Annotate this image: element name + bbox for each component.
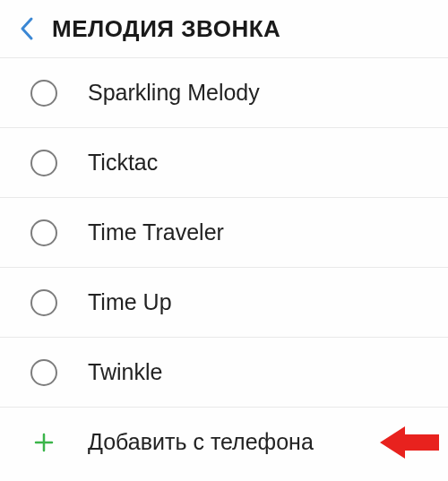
annotation-arrow-icon [378, 424, 441, 461]
ringtone-row[interactable]: Time Traveler [0, 197, 448, 267]
radio-unchecked-icon[interactable] [30, 80, 57, 107]
ringtone-list: Sparkling Melody Ticktac Time Traveler T… [0, 57, 448, 477]
radio-unchecked-icon[interactable] [30, 150, 57, 176]
add-from-phone-label: Добавить с телефона [88, 429, 314, 455]
ringtone-label: Twinkle [88, 359, 162, 385]
radio-unchecked-icon[interactable] [30, 219, 57, 246]
plus-icon[interactable] [30, 429, 57, 456]
header-bar: МЕЛОДИЯ ЗВОНКА [0, 0, 448, 57]
page-title: МЕЛОДИЯ ЗВОНКА [52, 15, 280, 43]
ringtone-label: Ticktac [88, 150, 158, 176]
ringtone-row[interactable]: Twinkle [0, 337, 448, 407]
ringtone-row[interactable]: Ticktac [0, 127, 448, 197]
ringtone-row[interactable]: Sparkling Melody [0, 57, 448, 127]
ringtone-label: Time Up [88, 289, 172, 315]
ringtone-label: Time Traveler [88, 219, 224, 245]
back-icon[interactable] [13, 14, 41, 43]
ringtone-label: Sparkling Melody [88, 80, 260, 106]
radio-unchecked-icon[interactable] [30, 359, 57, 386]
add-from-phone-row[interactable]: Добавить с телефона [0, 407, 448, 477]
ringtone-row[interactable]: Time Up [0, 267, 448, 337]
radio-unchecked-icon[interactable] [30, 289, 57, 316]
svg-marker-2 [380, 426, 439, 459]
